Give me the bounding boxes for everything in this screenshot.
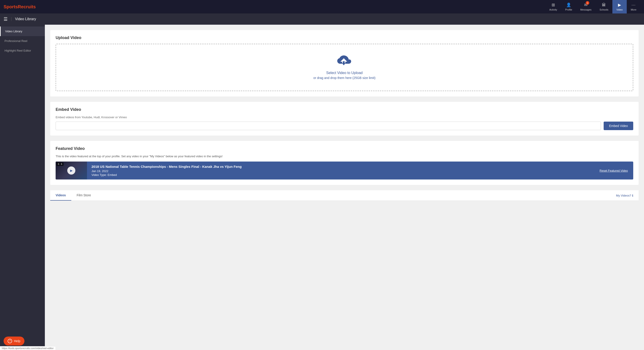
profile-label: Profile [565, 8, 572, 11]
reset-featured-button[interactable]: Reset Featured Video [594, 169, 633, 172]
my-videos-link[interactable]: My Videos?ℹ [610, 194, 638, 197]
sidebar-item-professional-reel[interactable]: Professional Reel [0, 36, 45, 46]
upload-area[interactable]: Select Video to Upload or drag and drop … [56, 44, 633, 91]
activity-icon: ⊞ [552, 3, 555, 8]
more-label: More [631, 8, 636, 11]
svg-marker-1 [342, 63, 346, 65]
messages-label: Messages [580, 8, 592, 11]
score-overlay: 6 : 6 [56, 162, 64, 166]
logo: SportsRecruits [4, 4, 36, 10]
more-icon: ⋯ [632, 3, 636, 8]
featured-sub: This is the video featured at the top of… [56, 155, 633, 158]
featured-info: 2018 US National Table Tennis Championsh… [87, 162, 594, 179]
schools-icon: 🏛 [602, 3, 606, 8]
nav-item-profile[interactable]: 👤Profile [561, 0, 576, 14]
video-label: Video [616, 8, 623, 11]
featured-title: Featured Video [56, 146, 633, 151]
profile-icon: 👤 [566, 3, 571, 8]
sidebar-item-video-library[interactable]: Video Library [0, 27, 45, 36]
embed-sub: Embed videos from Youtube, Hudl, Krossov… [56, 116, 633, 119]
schools-label: Schools [600, 8, 608, 11]
help-icon: ? [8, 339, 12, 343]
nav-item-video[interactable]: ▶Video [612, 0, 627, 14]
nav-item-messages[interactable]: ✉ 1 Messages [576, 0, 596, 14]
nav-item-more[interactable]: ⋯More [627, 0, 640, 14]
upload-title: Upload Video [56, 36, 633, 40]
logo-brand: Sports [4, 4, 18, 9]
featured-video-card: ▶ 6 : 6 2018 US National Table Tennis Ch… [56, 162, 633, 179]
featured-video-title: 2018 US National Table Tennis Championsh… [92, 165, 590, 168]
tab-film-store[interactable]: Film Store [71, 190, 96, 201]
embed-card: Embed Video Embed videos from Youtube, H… [50, 102, 638, 136]
status-url: https://tools.sportsrecruits.com/video/r… [2, 347, 54, 349]
play-button[interactable]: ▶ [67, 166, 75, 175]
activity-label: Activity [549, 8, 557, 11]
featured-thumbnail[interactable]: ▶ 6 : 6 [56, 162, 87, 179]
upload-sub: or drag and drop them here (25GB size li… [313, 76, 375, 80]
upload-card: Upload Video Select Video to Upload or d… [50, 30, 638, 97]
nav-item-schools[interactable]: 🏛Schools [596, 0, 612, 14]
nav-items: ⊞Activity👤Profile ✉ 1 Messages🏛Schools▶V… [545, 0, 640, 14]
sub-header: ☰ Video Library [0, 14, 644, 25]
upload-link[interactable]: Select Video to Upload [62, 71, 628, 75]
featured-card: Featured Video This is the video feature… [50, 141, 638, 185]
main-content: Upload Video Select Video to Upload or d… [45, 25, 644, 350]
tab-videos[interactable]: Videos [50, 190, 71, 201]
sidebar: Video LibraryProfessional ReelHighlight … [0, 25, 45, 350]
featured-video-type: Video Type: Embed [92, 173, 590, 177]
embed-title: Embed Video [56, 107, 633, 112]
sidebar-item-highlight-reel-editor[interactable]: Highlight Reel Editor [0, 46, 45, 56]
messages-badge: 1 [586, 1, 589, 5]
embed-row: Embed Video [56, 122, 633, 130]
logo-rest: Recruits [18, 4, 36, 9]
bottom-tabs: VideosFilm StoreMy Videos?ℹ [50, 190, 638, 201]
layout: Video LibraryProfessional ReelHighlight … [0, 25, 644, 350]
help-button[interactable]: ? Help [4, 336, 24, 345]
top-nav: SportsRecruits ⊞Activity👤Profile ✉ 1 Mes… [0, 0, 644, 14]
embed-input[interactable] [56, 122, 601, 130]
my-videos-label: My Videos? [616, 194, 631, 197]
sub-header-title: Video Library [11, 17, 36, 21]
help-label: Help [14, 339, 20, 343]
featured-video-date: Jan 19, 2022 [92, 169, 590, 173]
video-icon: ▶ [618, 3, 621, 8]
info-icon: ℹ [632, 194, 633, 197]
status-bar: https://tools.sportsrecruits.com/video/r… [0, 346, 56, 350]
cloud-upload-icon [62, 55, 628, 69]
embed-button[interactable]: Embed Video [604, 122, 633, 130]
badge-wrapper-messages: ✉ 1 [584, 3, 588, 8]
hamburger-icon[interactable]: ☰ [4, 16, 8, 22]
nav-item-activity[interactable]: ⊞Activity [545, 0, 561, 14]
